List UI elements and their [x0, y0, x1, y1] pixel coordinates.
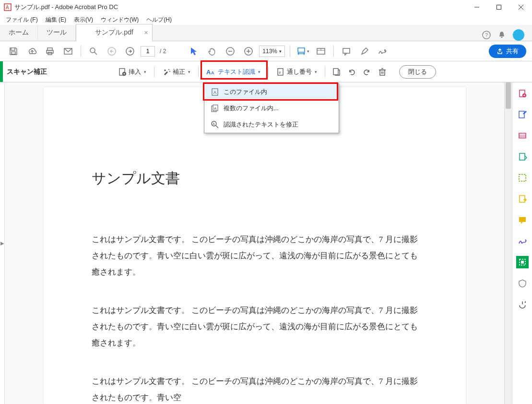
svg-line-50: [216, 126, 218, 128]
enhance-label: 補正: [173, 68, 185, 76]
menu-file[interactable]: ファイル (F): [2, 15, 42, 25]
window-title: サンプル.pdf - Adobe Acrobat Pro DC: [14, 3, 466, 12]
scrollbar-thumb[interactable]: [506, 82, 511, 109]
tab-tools[interactable]: ツール: [38, 24, 76, 41]
share-button[interactable]: 共有: [489, 45, 526, 58]
tool-edit-pdf-icon[interactable]: [516, 108, 529, 121]
page-a-icon: A: [211, 88, 219, 96]
title-bar: A サンプル.pdf - Adobe Acrobat Pro DC: [0, 0, 532, 14]
svg-rect-57: [519, 133, 526, 138]
menu-bar: ファイル (F) 編集 (E) 表示(V) ウィンドウ(W) ヘルプ(H): [0, 14, 532, 25]
tab-close-icon[interactable]: ✕: [144, 30, 148, 36]
sign-icon[interactable]: [375, 44, 390, 59]
minimize-button[interactable]: [466, 0, 488, 14]
svg-rect-37: [333, 69, 338, 75]
zoom-select[interactable]: 113%▾: [259, 46, 285, 57]
document-paragraph-1: これはサンプル文書です。 このビーチの写真は沖縄のどこかの海岸の写真で、7 月に…: [92, 231, 418, 280]
hand-tool-icon[interactable]: [204, 44, 220, 59]
tool-enhance-icon[interactable]: [516, 172, 529, 184]
svg-line-14: [95, 52, 97, 55]
zoom-in-icon[interactable]: [241, 44, 256, 59]
tab-document[interactable]: サンプル.pdf ✕: [76, 24, 153, 41]
document-paragraph-2: これはサンプル文書です。 このビーチの写真は沖縄のどこかの海岸の写真で、7 月に…: [92, 302, 418, 351]
svg-rect-60: [520, 153, 525, 160]
mail-icon[interactable]: [60, 44, 76, 59]
dropdown-item-this-file[interactable]: A このファイル内: [204, 84, 339, 100]
svg-text:?: ?: [485, 32, 488, 38]
dropdown-item-correct-text-label: 認識されたテキストを修正: [224, 120, 298, 129]
vertical-scrollbar[interactable]: [504, 82, 512, 404]
svg-rect-26: [343, 48, 350, 53]
help-icon[interactable]: ?: [482, 31, 491, 39]
tool-create-pdf-icon[interactable]: [516, 87, 529, 100]
tool-accent-strip: [0, 61, 3, 82]
magnify-a-icon: A: [211, 121, 219, 128]
selection-tool-icon[interactable]: [186, 44, 201, 59]
menu-edit[interactable]: 編集 (E): [42, 15, 70, 25]
svg-text:A: A: [213, 122, 215, 126]
svg-rect-3: [497, 5, 501, 10]
tool-organize-icon[interactable]: [516, 150, 529, 163]
prev-page-icon[interactable]: [104, 44, 119, 59]
tool-comment-icon[interactable]: [516, 214, 529, 226]
notifications-icon[interactable]: [497, 31, 506, 39]
main-toolbar: / 2 113%▾ ▾ 共有: [0, 41, 532, 61]
tool-section-label: スキャン補正: [7, 68, 47, 76]
tool-protect-icon[interactable]: [516, 277, 529, 289]
crop-icon[interactable]: [329, 65, 343, 79]
zoom-out-icon[interactable]: [223, 44, 238, 59]
svg-rect-10: [47, 50, 53, 53]
enhance-button[interactable]: 補正▾: [158, 66, 194, 78]
svg-rect-56: [519, 111, 524, 118]
svg-point-32: [169, 71, 170, 72]
svg-rect-62: [520, 196, 525, 202]
svg-text:A: A: [6, 5, 9, 10]
print-icon[interactable]: [42, 44, 58, 59]
dropdown-item-correct-text[interactable]: A 認識されたテキストを修正: [204, 116, 339, 133]
menu-help[interactable]: ヘルプ(H): [142, 15, 176, 25]
close-tool-button[interactable]: 閉じる: [399, 65, 436, 79]
tool-scan-icon[interactable]: [516, 256, 529, 268]
maximize-button[interactable]: [488, 0, 510, 14]
window-controls: [466, 0, 532, 14]
chevron-down-icon: ▾: [279, 49, 282, 54]
tabs-bar: ホーム ツール サンプル.pdf ✕ ?: [0, 25, 532, 41]
tool-fill-sign-icon[interactable]: [516, 235, 529, 247]
insert-button[interactable]: 挿入▾: [114, 66, 150, 78]
svg-rect-22: [298, 48, 305, 52]
bates-button[interactable]: # 通し番号▾: [272, 66, 321, 78]
page-total: / 2: [160, 48, 166, 55]
dropdown-item-this-file-label: このファイル内: [224, 88, 267, 96]
tool-more-icon[interactable]: [516, 298, 529, 311]
right-tools-panel: [512, 82, 532, 404]
tool-send-icon[interactable]: [516, 193, 529, 205]
app-icon: A: [4, 3, 12, 11]
document-heading: サンプル文書: [92, 169, 418, 188]
next-page-icon[interactable]: [122, 44, 138, 59]
delete-icon[interactable]: [375, 65, 390, 79]
share-label: 共有: [506, 47, 519, 56]
zoom-value: 113%: [262, 48, 277, 55]
document-page: サンプル文書 これはサンプル文書です。 このビーチの写真は沖縄のどこかの海岸の写…: [44, 87, 466, 404]
cloud-icon[interactable]: [24, 44, 39, 59]
fit-width-icon[interactable]: ▾: [295, 44, 310, 59]
menu-window[interactable]: ウィンドウ(W): [97, 15, 142, 25]
page-display-icon[interactable]: [313, 44, 329, 59]
tab-home[interactable]: ホーム: [0, 24, 38, 41]
left-panel-handle[interactable]: ▶: [0, 82, 5, 404]
highlight-icon[interactable]: [357, 44, 372, 59]
save-icon[interactable]: [6, 44, 21, 59]
tool-export-pdf-icon[interactable]: [516, 129, 529, 142]
rotate-right-icon[interactable]: [360, 65, 374, 79]
tab-document-label: サンプル.pdf: [95, 28, 133, 37]
svg-text:A: A: [214, 106, 217, 111]
rotate-left-icon[interactable]: [344, 65, 359, 79]
dropdown-item-multiple-files[interactable]: A 複数のファイル内...: [204, 100, 339, 116]
user-avatar[interactable]: [513, 29, 524, 41]
search-icon[interactable]: [86, 44, 101, 59]
comment-icon[interactable]: [339, 44, 354, 59]
svg-rect-63: [519, 217, 526, 222]
close-window-button[interactable]: [510, 0, 532, 14]
menu-view[interactable]: 表示(V): [70, 15, 97, 25]
page-number-input[interactable]: [141, 46, 155, 57]
